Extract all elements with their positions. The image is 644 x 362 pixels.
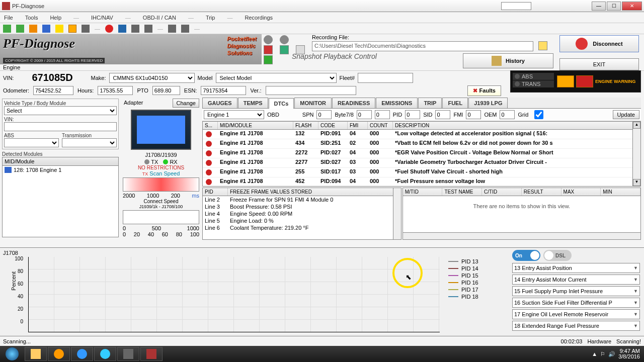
pid-select[interactable]: 15 Fuel Supply Pump Inlet Pressure▼ bbox=[512, 286, 640, 296]
tab-dtcs[interactable]: DTCs bbox=[269, 98, 294, 109]
close-button[interactable]: ✕ bbox=[622, 2, 642, 11]
fmi-input[interactable] bbox=[466, 110, 481, 119]
rec-record-icon[interactable] bbox=[264, 45, 273, 54]
rec-file-path[interactable]: C:\Users\Diesel Tech\Documents\Diagnosti… bbox=[312, 41, 533, 51]
menu-file[interactable]: File bbox=[4, 15, 13, 21]
tool-icon[interactable] bbox=[131, 25, 139, 33]
ff-row[interactable]: Line 2Freeze Frame for SPN 91 FMI 4 Modu… bbox=[203, 196, 401, 203]
grid-check[interactable] bbox=[531, 110, 546, 119]
title-dropdown[interactable] bbox=[501, 2, 531, 10]
rec-play-icon[interactable] bbox=[280, 45, 289, 54]
tray-icon[interactable]: 🔊 bbox=[608, 351, 615, 357]
dtc-row[interactable]: Engine #1 J1708452PID:09404000*Fuel Pres… bbox=[203, 177, 640, 187]
model-select[interactable]: Select Model bbox=[216, 73, 337, 83]
dtc-row[interactable]: Engine #1 J17082277SID:02703000*Variable… bbox=[203, 158, 640, 168]
update-button[interactable]: Update bbox=[613, 110, 639, 119]
hours-value[interactable] bbox=[98, 86, 133, 95]
ff-row[interactable]: Line 6Coolant Temperature: 219.20 °F bbox=[203, 224, 401, 231]
tray-icon[interactable]: ⚐ bbox=[600, 351, 605, 357]
ecm-icon[interactable] bbox=[181, 25, 189, 33]
menu-ihc[interactable]: IHC/NAV bbox=[91, 15, 113, 21]
maximize-button[interactable]: ☐ bbox=[607, 2, 621, 11]
tab-fuel[interactable]: FUEL bbox=[442, 98, 468, 108]
h-scrollbar[interactable] bbox=[403, 232, 640, 239]
pid-select[interactable]: 17 Engine Oil Level Remote Reservoir▼ bbox=[512, 309, 640, 319]
rec-icon[interactable] bbox=[280, 35, 289, 44]
fleet-input[interactable] bbox=[358, 73, 413, 83]
start-button[interactable] bbox=[0, 346, 24, 362]
tool-icon[interactable] bbox=[3, 25, 11, 33]
history-button[interactable]: History bbox=[463, 53, 553, 68]
ver-value[interactable] bbox=[266, 86, 356, 95]
pto-value[interactable] bbox=[152, 86, 180, 95]
scrollbar[interactable]: ▲▼ bbox=[632, 122, 640, 186]
menu-obd[interactable]: OBD-II / CAN bbox=[143, 15, 176, 21]
change-button[interactable]: Change bbox=[173, 99, 199, 108]
disconnect-button[interactable]: Disconnect bbox=[559, 35, 639, 52]
tray-icon[interactable]: ▲ bbox=[592, 351, 597, 357]
warning-icon[interactable] bbox=[68, 25, 76, 33]
module-row[interactable]: 128: 1708 Engine 1 bbox=[3, 166, 118, 174]
menu-help[interactable]: Help bbox=[50, 15, 61, 21]
tool-icon[interactable] bbox=[16, 25, 24, 33]
ff-row[interactable]: Line 3Boost Pressure: 0.58 PSI bbox=[203, 203, 401, 210]
taskbar-item[interactable] bbox=[117, 347, 139, 361]
spn-input[interactable] bbox=[316, 110, 332, 119]
ff-row[interactable]: Line 5Engine Load: 0 % bbox=[203, 217, 401, 224]
vehicle-type-select[interactable]: Select bbox=[4, 106, 117, 115]
tab-temps[interactable]: TEMPS bbox=[238, 98, 268, 108]
taskbar-item[interactable] bbox=[71, 347, 93, 361]
esn-value[interactable] bbox=[201, 86, 246, 95]
sid-input[interactable] bbox=[435, 110, 450, 119]
tool-icon[interactable] bbox=[82, 25, 90, 33]
tool-icon[interactable] bbox=[144, 25, 152, 33]
taskbar-item[interactable] bbox=[94, 347, 116, 361]
b78b-input[interactable] bbox=[375, 110, 390, 119]
odometer-value[interactable] bbox=[33, 86, 73, 95]
tab-emissions[interactable]: EMISSIONS bbox=[376, 98, 418, 108]
dsl-toggle[interactable]: DSL bbox=[543, 250, 572, 261]
rec-icon[interactable] bbox=[264, 35, 273, 44]
menu-rec[interactable]: Recordings bbox=[245, 15, 273, 21]
scrollbar[interactable] bbox=[393, 188, 401, 239]
menu-trip[interactable]: Trip bbox=[206, 15, 215, 21]
ff-row[interactable]: Line 4Engine Speed: 0.00 RPM bbox=[203, 210, 401, 217]
taskbar-item[interactable] bbox=[25, 347, 47, 361]
minimize-button[interactable]: — bbox=[592, 2, 606, 11]
tab-gauges[interactable]: GAUGES bbox=[202, 98, 237, 108]
pid-select[interactable]: 13 Entry Assist Position▼ bbox=[512, 263, 640, 273]
tab-trip[interactable]: TRIP bbox=[418, 98, 442, 108]
play-icon[interactable] bbox=[118, 25, 126, 33]
vin2-input[interactable] bbox=[4, 122, 117, 131]
pid-select[interactable]: 14 Entry Assist Motor Current▼ bbox=[512, 275, 640, 285]
engine-select[interactable]: Engine 1 bbox=[204, 110, 264, 119]
dtc-row[interactable]: Engine #1 J1708255SID:01703000*Fuel Shut… bbox=[203, 168, 640, 177]
taskbar-item[interactable] bbox=[48, 347, 70, 361]
on-toggle[interactable]: On bbox=[512, 250, 540, 261]
dtc-row[interactable]: Engine #1 J1708434SID:25102000*Vbatt to … bbox=[203, 139, 640, 149]
make-select[interactable]: CMMNS 6X1u04D150 bbox=[109, 73, 195, 83]
folder-icon[interactable] bbox=[538, 41, 547, 50]
pid-select[interactable]: 16 Suction Side Fuel Filter Differential… bbox=[512, 298, 640, 308]
tab-monitor[interactable]: MONITOR bbox=[294, 98, 332, 108]
tool-icon[interactable] bbox=[168, 25, 176, 33]
pid-select[interactable]: 18 Extended Range Fuel Pressure▼ bbox=[512, 321, 640, 331]
trans-select[interactable] bbox=[62, 138, 117, 147]
tab-readiness[interactable]: READINESS bbox=[332, 98, 375, 108]
tool-icon[interactable] bbox=[42, 25, 50, 33]
tab-j1939 lpg[interactable]: J1939 LPG bbox=[468, 98, 508, 108]
pid-input[interactable] bbox=[405, 110, 420, 119]
exit-button[interactable]: EXIT bbox=[559, 58, 639, 70]
clock[interactable]: 9:47 AM3/8/2016 bbox=[618, 348, 640, 359]
taskbar-item[interactable] bbox=[140, 347, 163, 361]
download-icon[interactable] bbox=[264, 55, 273, 64]
faults-button[interactable]: ✖Faults bbox=[467, 85, 501, 96]
abs-select[interactable] bbox=[4, 138, 59, 147]
dtc-row[interactable]: Engine #1 J17082272PID:02704000*EGR Valv… bbox=[203, 149, 640, 158]
oem-input[interactable] bbox=[500, 110, 515, 119]
dtc-row[interactable]: Engine #1 J1708132PID:09104000*Low volta… bbox=[203, 130, 640, 139]
record-icon[interactable] bbox=[105, 25, 113, 33]
menu-tools[interactable]: Tools bbox=[25, 15, 38, 21]
b78a-input[interactable] bbox=[357, 110, 372, 119]
tool-icon[interactable] bbox=[29, 25, 37, 33]
